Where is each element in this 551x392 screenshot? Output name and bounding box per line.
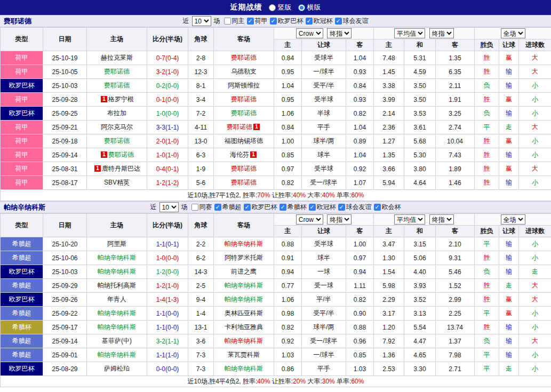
checkbox-checked-icon[interactable]	[338, 204, 345, 211]
company-mode-select[interactable]: 终指	[327, 28, 352, 38]
handicap-home-odds: 0.94	[274, 265, 302, 279]
checkbox-checked-icon[interactable]	[244, 204, 251, 211]
filter-checkbox[interactable]: 希腊杯	[280, 203, 307, 212]
company-select[interactable]: Crow	[296, 28, 323, 38]
score-halftime: 1-1(0-1)	[147, 237, 188, 251]
checkbox-label: 同主	[232, 17, 245, 26]
checkbox-unchecked-icon[interactable]	[224, 18, 231, 25]
match-date: 25-09-17	[43, 321, 87, 334]
checkbox-checked-icon[interactable]	[270, 18, 277, 25]
company-mode-select[interactable]: 终指	[327, 214, 352, 225]
filter-checkbox[interactable]: 欧冠杯	[306, 17, 333, 26]
score-halftime: 0-2(0-0)	[147, 79, 188, 93]
avg-away-odds: 2.74	[436, 121, 475, 134]
checkbox-checked-icon[interactable]	[374, 204, 381, 211]
handicap-home-odds: 0.84	[274, 51, 302, 65]
column-header: 客	[346, 39, 374, 51]
handicap-line: 平手	[302, 362, 346, 376]
goals-result-cell: 小	[519, 176, 551, 190]
handicap-away-odds: 1.04	[346, 121, 374, 134]
recent-count-select[interactable]: 10	[192, 16, 211, 26]
average-select[interactable]: 平均值	[394, 214, 425, 225]
filter-bar: 近 10 场 同赛希腊超欧罗巴杯希腊杯欧冠杯球会友谊欧会杯	[150, 202, 401, 212]
handicap-home-odds: 1.03	[274, 348, 302, 362]
filter-checkbox[interactable]: 欧会杯	[374, 203, 401, 212]
avg-away-odds: 1.89	[436, 162, 475, 176]
score-halftime: 1-0(0-0)	[147, 251, 188, 265]
handicap-result-cell: 赢	[499, 162, 519, 176]
checkbox-checked-icon[interactable]	[214, 204, 221, 211]
avg-draw-odds: 5.54	[404, 321, 436, 334]
scope-select[interactable]: 全场	[501, 214, 525, 225]
matches-table: 类型日期主场比分(半场)角球客场 Crow 终指 平均值 终指 全场 主让球客主…	[0, 213, 551, 387]
column-header: 比分(半场)	[147, 214, 188, 237]
average-mode-select[interactable]: 终指	[429, 28, 454, 38]
score-halftime: 0-4(0-1)	[147, 162, 188, 176]
handicap-away-odds: 1.00	[346, 237, 374, 251]
checkbox-checked-icon[interactable]	[306, 18, 313, 25]
checkbox-unchecked-icon[interactable]	[191, 204, 198, 211]
filter-checkbox[interactable]: 欧冠杯	[309, 203, 336, 212]
avg-away-odds: 3.25	[436, 107, 475, 121]
match-row: 荷甲25-09-281格罗宁根0-1(0-0)3-4费耶诺德0.95受半球0.9…	[1, 93, 551, 107]
handicap-away-odds: 0.93	[346, 93, 374, 107]
recent-count-select[interactable]: 10	[159, 202, 179, 212]
away-team-cell: 福图纳锡塔德	[214, 134, 274, 148]
away-team-name: 乌德勒支	[231, 68, 257, 75]
column-header: 胜负	[475, 39, 499, 51]
average-mode-select[interactable]: 终指	[429, 214, 454, 225]
scope-select[interactable]: 全场	[501, 28, 525, 38]
score-halftime: 1-2(1-2)	[147, 176, 188, 190]
avg-home-odds: 3.99	[374, 93, 404, 107]
checkbox-checked-icon[interactable]	[335, 18, 342, 25]
match-row: 欧罗巴杯25-09-25布拉加1-0(0-0)7-2费耶诺德1.06半球0.82…	[1, 107, 551, 121]
radio-vertical-icon[interactable]	[269, 4, 276, 11]
team-section: 费耶诺德 近 10 场 同主荷甲欧罗巴杯欧冠杯球会友谊 类型日期主场比分(半场)…	[0, 15, 551, 201]
handicap-line: 一/球半	[302, 65, 346, 79]
handicap-home-odds: 0.82	[274, 176, 302, 190]
average-select[interactable]: 平均值	[394, 28, 425, 38]
filter-checkbox[interactable]: 同主	[224, 17, 245, 26]
corner-count: 12-3	[188, 65, 214, 79]
filter-checkbox[interactable]: 球会友谊	[338, 203, 372, 212]
page-title: 近期战绩	[230, 3, 262, 12]
filter-checkbox[interactable]: 希腊超	[214, 203, 242, 212]
filter-checkbox[interactable]: 同赛	[191, 203, 212, 212]
matches-body: 荷甲25-10-19赫拉克莱斯0-7(0-4)2-8费耶诺德0.84受球半1.0…	[1, 51, 551, 190]
handicap-result-cell: 输	[499, 265, 519, 279]
competition-type: 荷甲	[1, 121, 43, 134]
handicap-away-odds: 0.89	[346, 134, 374, 148]
avg-home-odds: 1.36	[374, 348, 404, 362]
away-team-cell: 帕纳辛纳科斯	[214, 362, 274, 376]
checkbox-checked-icon[interactable]	[309, 204, 316, 211]
filter-checkbox[interactable]: 荷甲	[247, 17, 268, 26]
match-row: 希腊超25-10-06帕纳辛纳科斯1-0(0-0)6-2阿特罗米托斯0.91球半…	[1, 251, 551, 265]
layout-option-horizontal[interactable]: 横版	[298, 3, 321, 12]
column-header: 客	[436, 226, 475, 237]
handicap-line: 受半球	[302, 93, 346, 107]
handicap-home-odds: 0.77	[274, 279, 302, 293]
checkbox-checked-icon[interactable]	[280, 204, 286, 211]
avg-draw-odds: 3.93	[404, 279, 436, 293]
handicap-away-odds: 0.82	[346, 107, 374, 121]
score-halftime: 3-2(1-0)	[147, 65, 188, 79]
home-team-cell: 1费耶诺德	[87, 148, 147, 162]
average-odds-header: 平均值 终指	[374, 28, 475, 39]
competition-type: 荷甲	[1, 176, 43, 190]
avg-away-odds: 2.10	[436, 237, 475, 251]
score-halftime: 0-1(0-0)	[147, 93, 188, 107]
filter-checkbox[interactable]: 欧罗巴杯	[270, 17, 304, 26]
red-card-badge: 1	[101, 151, 107, 158]
away-team-name: 费耶诺德	[231, 109, 257, 117]
match-row: 荷甲25-09-18费耶诺德2-0(1-0)13-0福图纳锡塔德1.00球半/两…	[1, 134, 551, 148]
score-halftime: 1-0(1-0)	[147, 148, 188, 162]
competition-type: 希腊超	[1, 279, 43, 293]
handicap-result-cell: 赢	[499, 51, 519, 65]
company-select[interactable]: Crow	[296, 214, 323, 225]
filter-checkbox[interactable]: 欧罗巴杯	[244, 203, 277, 212]
competition-type: 希腊超	[1, 334, 43, 348]
checkbox-checked-icon[interactable]	[247, 18, 254, 25]
radio-horizontal-icon[interactable]	[298, 4, 305, 11]
filter-checkbox[interactable]: 球会友谊	[335, 17, 369, 26]
layout-option-vertical[interactable]: 竖版	[269, 3, 292, 12]
